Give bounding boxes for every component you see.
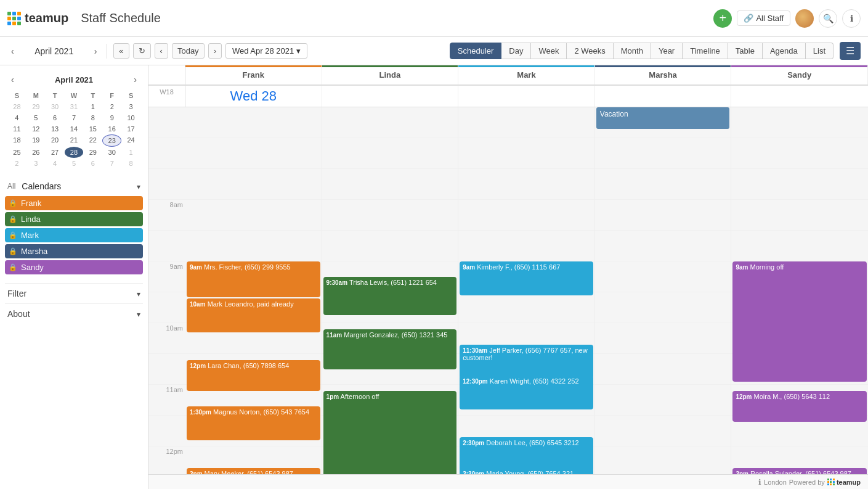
sandy-slot-5[interactable] [731,231,868,261]
tab-week[interactable]: Week [531,43,567,59]
event-kimberly-f[interactable]: 9am Kimberly F., (650) 1115 667 [460,261,593,295]
tab-list[interactable]: List [806,43,834,59]
mark-slot-7[interactable] [458,292,594,323]
calendar-item-sandy[interactable]: 🔒 Sandy [5,260,143,274]
mini-cal-19[interactable]: 19 [26,134,46,147]
mini-cal-30-mar[interactable]: 30 [46,101,65,112]
linda-slot-3[interactable] [322,169,458,200]
event-mark-leoandro[interactable]: 10am Mark Leoandro, paid already [187,298,320,332]
mini-cal-9[interactable]: 9 [102,112,121,123]
mini-cal-1-may[interactable]: 1 [121,147,140,158]
today-button[interactable]: Today [172,43,205,59]
mini-cal-26[interactable]: 26 [26,147,46,158]
event-maria-young[interactable]: 3:30pm Maria Young, (650) 7654 321 [460,468,593,474]
event-lara-chan[interactable]: 12pm Lara Chan, (650) 7898 654 [187,360,320,391]
marsha-slot-8[interactable] [595,323,731,354]
mini-cal-20[interactable]: 20 [46,134,65,147]
frank-slot-1[interactable] [185,107,322,138]
linda-slot-1[interactable] [322,107,458,138]
tab-table[interactable]: Table [728,43,763,59]
mini-cal-14[interactable]: 14 [65,123,84,134]
tab-scheduler[interactable]: Scheduler [450,43,502,59]
mini-cal-3[interactable]: 3 [121,101,140,112]
tab-day[interactable]: Day [501,43,531,59]
mark-slot-2[interactable] [458,138,594,169]
mini-cal-17[interactable]: 17 [121,123,140,134]
marsha-slot-11[interactable] [595,416,731,446]
marsha-slot-3[interactable] [595,169,731,200]
mini-cal-29[interactable]: 29 [83,147,102,158]
mini-cal-6[interactable]: 6 [46,112,65,123]
mini-cal-6-may[interactable]: 6 [83,158,102,169]
mini-cal-5-may[interactable]: 5 [65,158,84,169]
event-moira-m[interactable]: 12pm Moira M., (650) 5643 112 [732,391,867,422]
event-magnus-norton[interactable]: 1:30pm Magnus Norton, (650) 543 7654 [187,406,320,440]
sandy-slot-4[interactable] [731,200,868,231]
calendars-header[interactable]: All Calendars [5,178,143,195]
event-afternoon-off[interactable]: 1pm Afternoon off [323,391,457,474]
tab-year[interactable]: Year [651,43,683,59]
current-date-button[interactable]: Wed Apr 28 2021 ▾ [225,43,307,59]
mini-cal-11[interactable]: 11 [7,123,26,134]
hamburger-button[interactable]: ☰ [840,42,861,60]
mini-cal-8-may[interactable]: 8 [121,158,140,169]
mini-cal-21[interactable]: 21 [65,134,84,147]
mini-cal-13[interactable]: 13 [46,123,65,134]
marsha-slot-10[interactable] [595,385,731,416]
linda-slot-4[interactable] [322,200,458,231]
mini-cal-16[interactable]: 16 [102,123,121,134]
all-staff-button[interactable]: 🔗 All Staff [737,10,790,26]
calendar-item-mark[interactable]: 🔒 Mark [5,228,143,242]
about-section[interactable]: About [5,303,143,324]
cal-prev-button[interactable]: ‹ [155,43,168,59]
prev-month-button[interactable]: ‹ [7,44,18,58]
marsha-slot-7[interactable] [595,292,731,323]
filter-section[interactable]: Filter [5,283,143,303]
event-margret-gonzalez[interactable]: 11am Margret Gonzalez, (650) 1321 345 [323,329,457,369]
mini-prev-month[interactable]: ‹ [7,73,18,86]
mini-cal-5[interactable]: 5 [26,112,46,123]
event-morning-off[interactable]: 9am Morning off [732,261,867,382]
frank-slot-2[interactable] [185,138,322,169]
mini-cal-2-may[interactable]: 2 [7,158,26,169]
event-mrs-fischer[interactable]: 9am Mrs. Fischer, (650) 299 9555 [187,261,320,297]
linda-slot-2[interactable] [322,138,458,169]
next-month-button[interactable]: › [91,44,101,58]
mini-cal-29-mar[interactable]: 29 [26,101,46,112]
event-rosella-sulander[interactable]: 3pm Rosella Sulander, (651) 6543 987 [732,468,867,474]
mini-cal-7[interactable]: 7 [65,112,84,123]
marsha-slot-4[interactable] [595,200,731,231]
linda-slot-5[interactable] [322,231,458,261]
marsha-slot-6[interactable] [595,261,731,292]
tab-2weeks[interactable]: 2 Weeks [567,43,613,59]
mark-slot-1[interactable] [458,107,594,138]
mini-next-month[interactable]: › [130,73,140,86]
tab-timeline[interactable]: Timeline [683,43,728,59]
event-karen-wright[interactable]: 12:30pm Karen Wright, (650) 4322 252 [460,376,593,409]
add-event-button[interactable]: + [713,9,732,28]
mini-cal-27[interactable]: 27 [46,147,65,158]
event-jeff-parker[interactable]: 11:30am Jeff Parker, (656) 7767 657, new… [460,345,593,379]
mini-cal-23[interactable]: 23 [102,134,121,147]
sandy-slot-2[interactable] [731,138,868,169]
mini-cal-24[interactable]: 24 [121,134,140,147]
marsha-slot-5[interactable] [595,231,731,261]
event-trisha-lewis[interactable]: 9:30am Trisha Lewis, (651) 1221 654 [323,277,457,315]
cal-next-button[interactable]: › [208,43,222,59]
mini-cal-28[interactable]: 28 [65,147,84,158]
mini-cal-1[interactable]: 1 [83,101,102,112]
mini-cal-25[interactable]: 25 [7,147,26,158]
calendar-item-linda[interactable]: 🔒 Linda [5,212,143,226]
mini-cal-22[interactable]: 22 [83,134,102,147]
avatar[interactable] [795,9,814,28]
mini-cal-12[interactable]: 12 [26,123,46,134]
mark-slot-5[interactable] [458,231,594,261]
mini-cal-2[interactable]: 2 [102,101,121,112]
event-mary-meeker[interactable]: 3pm Mary Meeker, (651) 6543 987 [187,468,320,474]
event-deborah-lee[interactable]: 2:30pm Deborah Lee, (650) 6545 3212 [460,437,593,471]
event-vacation[interactable]: Vacation [596,107,730,129]
marsha-slot-2[interactable] [595,138,731,169]
mini-cal-4[interactable]: 4 [7,112,26,123]
calendar-item-frank[interactable]: 🔒 Frank [5,196,143,210]
info-button[interactable]: ℹ [842,9,861,28]
